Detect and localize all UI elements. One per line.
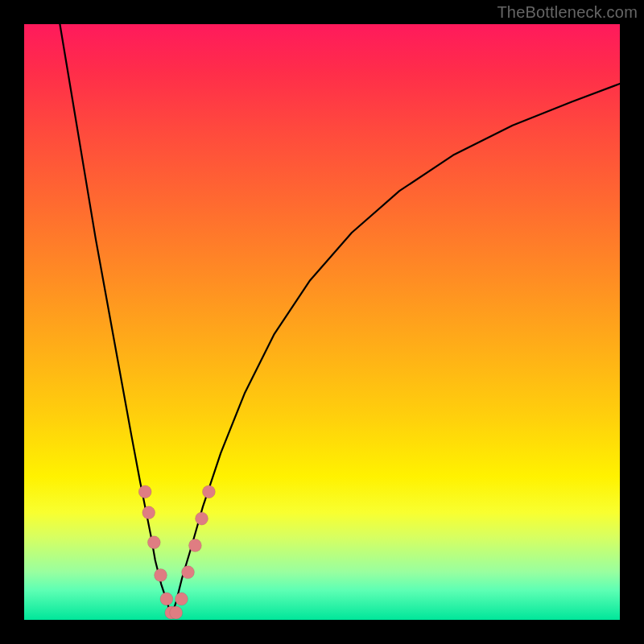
watermark: TheBottleneck.com bbox=[497, 3, 638, 22]
highlight-dot bbox=[138, 485, 151, 498]
highlight-dot bbox=[182, 566, 195, 579]
highlight-dot bbox=[160, 592, 173, 605]
highlight-dot bbox=[155, 569, 167, 582]
highlight-dot bbox=[196, 512, 208, 525]
curve-left-branch bbox=[60, 24, 171, 617]
highlight-dot bbox=[175, 592, 188, 605]
highlight-dot bbox=[202, 485, 215, 498]
highlight-dot bbox=[147, 536, 160, 549]
highlight-dot bbox=[142, 506, 155, 519]
highlight-dot bbox=[188, 539, 201, 552]
highlight-dot bbox=[170, 606, 183, 619]
chart-stage: TheBottleneck.com bbox=[0, 0, 644, 644]
chart-svg bbox=[24, 24, 620, 620]
curve-right-branch bbox=[171, 84, 620, 617]
plot-area bbox=[24, 24, 620, 620]
